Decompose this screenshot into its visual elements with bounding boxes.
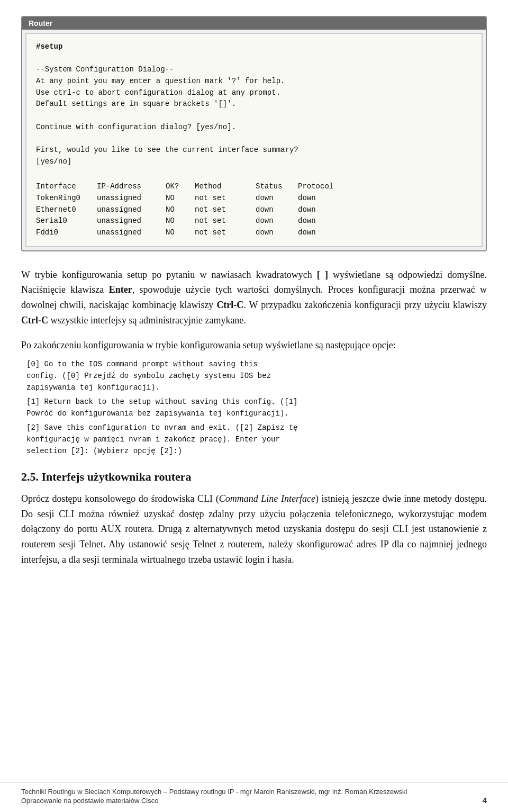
iface-ok-serial: NO <box>166 215 195 227</box>
iface-name-tokenring: TokenRing0 <box>36 193 97 204</box>
iface-method-fddi: not set <box>195 227 256 239</box>
footer: Techniki Routingu w Sieciach Komputerowy… <box>0 782 508 812</box>
iface-name-fddi: Fddi0 <box>36 227 97 239</box>
iface-name-ethernet: Ethernet0 <box>36 204 97 216</box>
iface-row-tokenring: TokenRing0 unassigned NO not set down do… <box>36 193 472 204</box>
iface-status-tokenring: down <box>256 193 298 204</box>
iface-proto-serial: down <box>298 215 340 227</box>
section-heading: 2.5. Interfejs użytkownika routera <box>21 470 487 484</box>
section-title: Interfejs użytkownika routera <box>42 470 192 483</box>
router-window: Router #setup --System Configuration Dia… <box>21 16 487 251</box>
terminal-line-6: First, would you like to see the current… <box>36 145 472 156</box>
iface-row-fddi: Fddi0 unassigned NO not set down down <box>36 227 472 239</box>
footer-line2: Opracowanie na podstawie materiałów Cisc… <box>21 797 487 805</box>
option-2-code: [2] Save this configuration to nvram and… <box>26 422 487 457</box>
terminal-line-7: [yes/no] <box>36 156 472 168</box>
col-header-method: Method <box>195 181 256 193</box>
terminal-line-3: Use ctrl-c to abort configuration dialog… <box>36 87 472 99</box>
option-0-code: [0] Go to the IOS command prompt without… <box>26 358 487 394</box>
iface-ok-fddi: NO <box>166 227 195 239</box>
iface-proto-ethernet: down <box>298 204 340 216</box>
col-header-ip: IP-Address <box>97 181 166 193</box>
iface-ip-serial: unassigned <box>97 215 166 227</box>
page-number: 4 <box>483 796 487 805</box>
interface-table: Interface IP-Address OK? Method Status P… <box>36 181 472 238</box>
terminal-line-5: Continue with configuration dialog? [yes… <box>36 122 472 133</box>
footer-line1: Techniki Routingu w Sieciach Komputerowy… <box>21 788 487 796</box>
iface-status-serial: down <box>256 215 298 227</box>
iface-ok-ethernet: NO <box>166 204 195 216</box>
iface-ip-tokenring: unassigned <box>97 193 166 204</box>
col-header-status: Status <box>256 181 298 193</box>
iface-method-ethernet: not set <box>195 204 256 216</box>
col-header-protocol: Protocol <box>298 181 340 193</box>
iface-ip-ethernet: unassigned <box>97 204 166 216</box>
iface-ip-fddi: unassigned <box>97 227 166 239</box>
body-text-block1: W trybie konfigurowania setup po pytaniu… <box>21 267 487 328</box>
terminal-line-1: --System Configuration Dialog-- <box>36 64 472 76</box>
iface-method-tokenring: not set <box>195 193 256 204</box>
col-header-interface: Interface <box>36 181 97 193</box>
iface-ok-tokenring: NO <box>166 193 195 204</box>
iface-status-fddi: down <box>256 227 298 239</box>
section-text-block: Oprócz dostępu konsolowego do środowiska… <box>21 491 487 567</box>
col-header-ok: OK? <box>166 181 195 193</box>
iface-row-ethernet: Ethernet0 unassigned NO not set down dow… <box>36 204 472 216</box>
section-number: 2.5. <box>21 470 39 483</box>
section-para1: Oprócz dostępu konsolowego do środowiska… <box>21 491 487 567</box>
page-wrapper: Router #setup --System Configuration Dia… <box>0 0 508 812</box>
iface-method-serial: not set <box>195 215 256 227</box>
router-title: Router <box>29 19 52 28</box>
iface-proto-fddi: down <box>298 227 340 239</box>
iface-proto-tokenring: down <box>298 193 340 204</box>
iface-name-serial: Serial0 <box>36 215 97 227</box>
iface-header-row: Interface IP-Address OK? Method Status P… <box>36 181 472 193</box>
setup-command: #setup <box>36 42 62 51</box>
options-section: Po zakończeniu konfigurowania w trybie k… <box>21 338 487 457</box>
terminal-line-4: Default settings are in square brackets … <box>36 98 472 110</box>
router-titlebar: Router <box>22 17 486 30</box>
terminal-line-2: At any point you may enter a question ma… <box>36 76 472 87</box>
options-intro: Po zakończeniu konfigurowania w trybie k… <box>21 338 487 353</box>
router-body: #setup --System Configuration Dialog-- A… <box>25 33 483 247</box>
iface-status-ethernet: down <box>256 204 298 216</box>
iface-row-serial: Serial0 unassigned NO not set down down <box>36 215 472 227</box>
terminal-line-command: #setup <box>36 41 472 53</box>
para1: W trybie konfigurowania setup po pytaniu… <box>21 267 487 328</box>
option-1-code: [1] Return back to the setup without sav… <box>26 396 487 420</box>
